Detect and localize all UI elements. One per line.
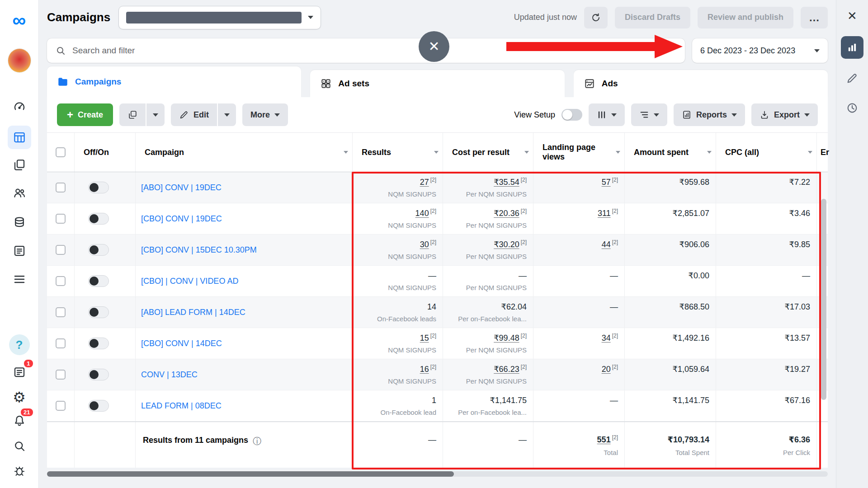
help-button[interactable]: ?: [9, 334, 30, 355]
row-checkbox[interactable]: [56, 245, 66, 255]
account-avatar[interactable]: [8, 49, 31, 72]
header-cost-per-result[interactable]: Cost per result: [443, 133, 533, 172]
campaign-link[interactable]: [CBO] | CONV | VIDEO AD: [141, 277, 238, 286]
insights-panel-button[interactable]: [841, 36, 863, 59]
discard-drafts-button[interactable]: Discard Drafts: [615, 7, 690, 28]
breakdown-icon: [639, 110, 649, 120]
duplicate-button[interactable]: [119, 103, 146, 126]
campaign-onoff-toggle[interactable]: [88, 244, 109, 256]
cost-value: ₹30.20: [494, 240, 519, 249]
edit-options-button[interactable]: [218, 103, 236, 126]
close-button[interactable]: ✕: [847, 10, 857, 22]
sidebar-item-pages[interactable]: [8, 153, 31, 177]
review-publish-button[interactable]: Review and publish: [698, 7, 793, 28]
row-checkbox[interactable]: [56, 401, 66, 411]
sidebar-item-all-tools[interactable]: [8, 267, 31, 291]
chevron-down-icon: [153, 113, 158, 117]
header-amount-spent[interactable]: Amount spent: [625, 133, 716, 172]
search-icon: [55, 45, 66, 56]
reports-button[interactable]: Reports: [674, 103, 745, 126]
header-results[interactable]: Results: [353, 133, 443, 172]
edit-panel-button[interactable]: [841, 67, 863, 89]
horizontal-scrollbar-thumb[interactable]: [47, 471, 454, 477]
campaign-link[interactable]: [CBO] CONV | 15DEC 10.30PM: [141, 245, 257, 255]
meta-logo[interactable]: ∞: [8, 9, 31, 32]
duplicate-split-button: [119, 103, 165, 126]
header-cpc[interactable]: CPC (all): [716, 133, 817, 172]
sidebar-item-settings[interactable]: ⚙: [8, 385, 31, 409]
sort-caret-icon: [808, 151, 812, 154]
toggle-knob: [90, 245, 99, 254]
row-checkbox[interactable]: [56, 338, 66, 348]
export-button[interactable]: Export: [751, 103, 818, 126]
campaign-link[interactable]: [ABO] LEAD FORM | 14DEC: [141, 308, 245, 317]
sidebar-item-overview[interactable]: [8, 95, 31, 118]
campaign-onoff-toggle[interactable]: [88, 213, 109, 225]
ad-account-dropdown[interactable]: [118, 6, 321, 29]
header-landing-page-views[interactable]: Landing page views: [533, 133, 625, 172]
row-checkbox[interactable]: [56, 214, 66, 224]
sidebar-item-report-bug[interactable]: [8, 459, 31, 483]
campaign-onoff-toggle[interactable]: [88, 400, 109, 412]
search-input[interactable]: [72, 46, 677, 56]
more-button[interactable]: More: [242, 103, 288, 126]
history-panel-button[interactable]: [841, 97, 863, 119]
right-rail: ✕: [836, 0, 868, 488]
tab-campaigns[interactable]: Campaigns: [47, 66, 301, 97]
ads-frame-icon: [584, 78, 595, 89]
duplicate-options-button[interactable]: [146, 103, 165, 126]
cost-per-result-cell: ₹1,141.75 Per on-Facebook lea...: [443, 390, 533, 421]
results-value: 16: [420, 365, 429, 374]
create-button[interactable]: + Create: [57, 103, 113, 126]
campaign-onoff-toggle[interactable]: [88, 275, 109, 287]
sidebar-item-campaigns[interactable]: [8, 126, 31, 149]
sidebar-item-search[interactable]: [8, 434, 31, 458]
reference-sup: [2]: [612, 239, 618, 245]
row-checkbox[interactable]: [56, 370, 66, 380]
header-campaign[interactable]: Campaign: [136, 133, 353, 172]
amount-spent-cell: ₹959.68: [625, 172, 716, 203]
reference-sup: [2]: [430, 364, 436, 370]
info-icon[interactable]: ⓘ: [253, 436, 261, 447]
tab-ad-sets[interactable]: Ad sets: [310, 70, 564, 97]
campaign-link[interactable]: [CBO] CONV | 14DEC: [141, 339, 222, 348]
select-all-checkbox[interactable]: [56, 147, 66, 157]
view-setup-toggle[interactable]: [561, 109, 582, 121]
breakdown-button[interactable]: [631, 103, 667, 126]
campaign-link[interactable]: LEAD FORM | 08DEC: [141, 401, 222, 411]
clear-filter-button[interactable]: ✕: [419, 31, 449, 62]
header-onoff: Off/On: [75, 133, 136, 172]
cpc-value: ₹19.27: [785, 365, 811, 374]
campaign-onoff-toggle[interactable]: [88, 338, 109, 349]
sidebar-item-updates[interactable]: 1: [8, 360, 31, 384]
lpv-value: 20: [602, 365, 611, 374]
columns-button[interactable]: [589, 103, 625, 126]
campaign-link[interactable]: [CBO] CONV | 19DEC: [141, 214, 222, 224]
date-range-selector[interactable]: 6 Dec 2023 - 23 Dec 2023: [692, 38, 828, 63]
row-checkbox[interactable]: [56, 183, 66, 192]
spent-value: ₹1,492.16: [672, 334, 709, 343]
campaign-cell: [CBO] CONV | 15DEC 10.30PM: [136, 235, 353, 265]
sidebar-item-audiences[interactable]: [8, 181, 31, 205]
search-bar[interactable]: [47, 38, 685, 63]
edit-button[interactable]: Edit: [171, 103, 217, 126]
row-checkbox[interactable]: [56, 307, 66, 317]
row-checkbox[interactable]: [56, 276, 66, 286]
trailing-cell: [817, 172, 828, 203]
campaign-onoff-toggle[interactable]: [88, 306, 109, 318]
campaign-link[interactable]: [ABO] CONV | 19DEC: [141, 183, 222, 192]
overflow-menu-button[interactable]: …: [801, 7, 828, 28]
tab-ads[interactable]: Ads: [574, 70, 828, 97]
sidebar-item-billing[interactable]: [8, 211, 31, 234]
account-name-redacted: [126, 12, 302, 23]
campaign-onoff-toggle[interactable]: [88, 369, 109, 380]
campaign-onoff-toggle[interactable]: [88, 182, 109, 193]
sidebar-item-ads-reporting[interactable]: [8, 239, 31, 263]
sidebar-item-notifications[interactable]: 21: [8, 409, 31, 432]
results-value: —: [428, 272, 436, 281]
campaign-link[interactable]: CONV | 13DEC: [141, 370, 198, 380]
vertical-scrollbar-thumb[interactable]: [821, 199, 826, 400]
refresh-button[interactable]: [584, 7, 608, 28]
cost-value: ₹1,141.75: [490, 396, 527, 405]
totals-cpc-value: ₹6.36: [788, 436, 810, 445]
